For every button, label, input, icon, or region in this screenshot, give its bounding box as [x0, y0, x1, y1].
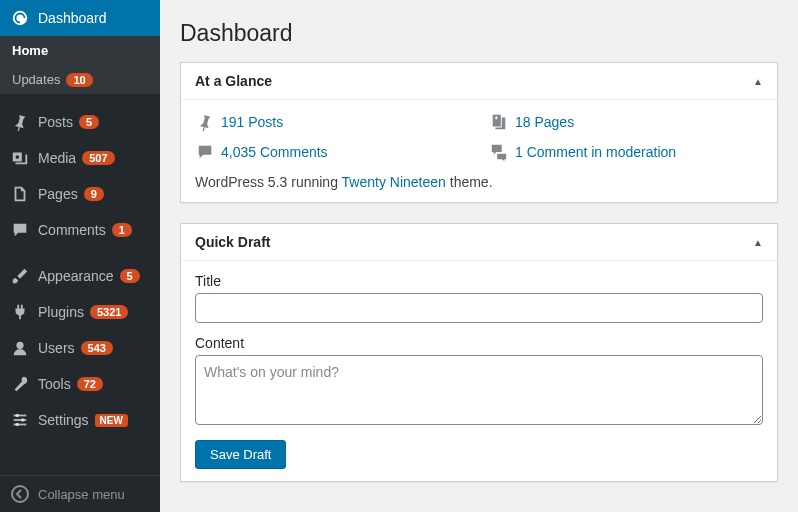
glance-label: 4,035 Comments: [221, 144, 328, 160]
media-icon: [10, 148, 30, 168]
svg-point-5: [16, 414, 20, 418]
quick-draft-body: Title Content Save Draft: [181, 261, 777, 481]
nav-label: Dashboard: [38, 10, 107, 26]
glance-posts-link[interactable]: 191 Posts: [195, 112, 469, 132]
nav-pages[interactable]: Pages 9: [0, 176, 160, 212]
tools-badge: 72: [77, 377, 103, 391]
page-title: Dashboard: [180, 20, 778, 47]
nav-separator: [0, 94, 160, 104]
dashboard-icon: [10, 8, 30, 28]
nav-posts[interactable]: Posts 5: [0, 104, 160, 140]
pages-icon: [10, 184, 30, 204]
glance-moderation-link[interactable]: 1 Comment in moderation: [489, 142, 763, 162]
glance-pages-link[interactable]: 18 Pages: [489, 112, 763, 132]
pages-icon: [489, 112, 509, 132]
collapse-label: Collapse menu: [38, 487, 125, 502]
user-icon: [10, 338, 30, 358]
nav-label: Appearance: [38, 268, 114, 284]
admin-sidebar: Dashboard Home Updates 10 Posts 5 Media …: [0, 0, 160, 512]
sub-nav-dashboard: Home Updates 10: [0, 36, 160, 94]
nav-dashboard[interactable]: Dashboard: [0, 0, 160, 36]
collapse-toggle-icon[interactable]: ▲: [753, 76, 763, 87]
moderation-icon: [489, 142, 509, 162]
at-a-glance-header[interactable]: At a Glance ▲: [181, 63, 777, 100]
main-content: Dashboard At a Glance ▲ 191 Posts 18 Pag…: [160, 0, 798, 512]
svg-point-1: [16, 342, 23, 349]
glance-label: 1 Comment in moderation: [515, 144, 676, 160]
svg-point-6: [21, 418, 25, 422]
settings-icon: [10, 410, 30, 430]
nav-tools[interactable]: Tools 72: [0, 366, 160, 402]
quick-draft-header[interactable]: Quick Draft ▲: [181, 224, 777, 261]
settings-badge: NEW: [95, 414, 128, 427]
nav-comments[interactable]: Comments 1: [0, 212, 160, 248]
users-badge: 543: [81, 341, 113, 355]
glance-comments-link[interactable]: 4,035 Comments: [195, 142, 469, 162]
nav-separator: [0, 248, 160, 258]
media-badge: 507: [82, 151, 114, 165]
box-title: Quick Draft: [195, 234, 270, 250]
updates-badge: 10: [66, 73, 92, 87]
collapse-menu[interactable]: Collapse menu: [0, 475, 160, 512]
comments-badge: 1: [112, 223, 132, 237]
comment-icon: [195, 142, 215, 162]
wrench-icon: [10, 374, 30, 394]
quick-draft-box: Quick Draft ▲ Title Content Save Draft: [180, 223, 778, 482]
draft-content-textarea[interactable]: [195, 355, 763, 425]
sub-label: Home: [12, 43, 48, 58]
nav-label: Media: [38, 150, 76, 166]
nav-users[interactable]: Users 543: [0, 330, 160, 366]
sub-nav-home[interactable]: Home: [0, 36, 160, 65]
appearance-badge: 5: [120, 269, 140, 283]
box-title: At a Glance: [195, 73, 272, 89]
glance-footer: WordPress 5.3 running Twenty Nineteen th…: [195, 174, 763, 190]
pin-icon: [195, 112, 215, 132]
sub-label: Updates: [12, 72, 60, 87]
svg-point-7: [16, 423, 20, 427]
at-a-glance-body: 191 Posts 18 Pages 4,035 Comments 1 Comm…: [181, 100, 777, 202]
nav-label: Comments: [38, 222, 106, 238]
save-draft-button[interactable]: Save Draft: [195, 440, 286, 469]
pin-icon: [10, 112, 30, 132]
theme-link[interactable]: Twenty Nineteen: [342, 174, 446, 190]
nav-media[interactable]: Media 507: [0, 140, 160, 176]
nav-label: Settings: [38, 412, 89, 428]
comment-icon: [10, 220, 30, 240]
posts-badge: 5: [79, 115, 99, 129]
plugins-badge: 5321: [90, 305, 128, 319]
svg-point-0: [16, 155, 20, 159]
nav-label: Pages: [38, 186, 78, 202]
footer-prefix: WordPress 5.3 running: [195, 174, 342, 190]
nav-label: Tools: [38, 376, 71, 392]
nav-label: Users: [38, 340, 75, 356]
plugin-icon: [10, 302, 30, 322]
title-label: Title: [195, 273, 763, 289]
glance-label: 191 Posts: [221, 114, 283, 130]
glance-grid: 191 Posts 18 Pages 4,035 Comments 1 Comm…: [195, 112, 763, 162]
pages-badge: 9: [84, 187, 104, 201]
nav-plugins[interactable]: Plugins 5321: [0, 294, 160, 330]
nav-label: Posts: [38, 114, 73, 130]
nav-appearance[interactable]: Appearance 5: [0, 258, 160, 294]
collapse-icon: [10, 484, 30, 504]
collapse-toggle-icon[interactable]: ▲: [753, 237, 763, 248]
brush-icon: [10, 266, 30, 286]
nav-settings[interactable]: Settings NEW: [0, 402, 160, 438]
svg-point-8: [12, 486, 28, 502]
footer-suffix: theme.: [446, 174, 493, 190]
nav-label: Plugins: [38, 304, 84, 320]
at-a-glance-box: At a Glance ▲ 191 Posts 18 Pages 4,035 C…: [180, 62, 778, 203]
glance-label: 18 Pages: [515, 114, 574, 130]
sub-nav-updates[interactable]: Updates 10: [0, 65, 160, 94]
draft-title-input[interactable]: [195, 293, 763, 323]
content-label: Content: [195, 335, 763, 351]
